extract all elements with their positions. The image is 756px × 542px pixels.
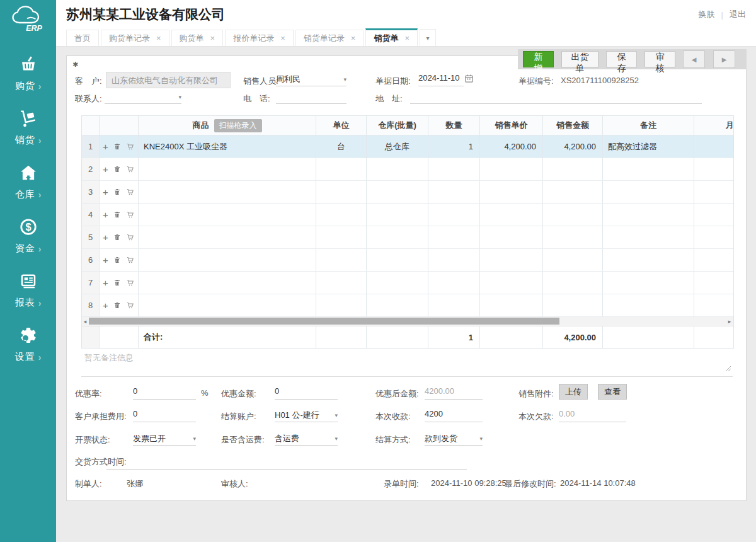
qty-cell[interactable] <box>428 294 480 316</box>
scrollbar-thumb[interactable] <box>89 318 559 325</box>
cart-icon[interactable] <box>126 256 135 264</box>
amount-cell[interactable] <box>543 272 603 294</box>
note-cell[interactable] <box>603 204 694 226</box>
unit-cell[interactable] <box>316 226 367 248</box>
extra-cell[interactable] <box>694 226 733 248</box>
sidebar-item-warehouse[interactable]: 仓库› <box>0 161 56 216</box>
warehouse-cell[interactable] <box>367 158 428 180</box>
trash-icon[interactable] <box>113 142 121 151</box>
plus-icon[interactable]: + <box>103 278 108 287</box>
qty-cell[interactable]: 1 <box>428 136 480 158</box>
cart-icon[interactable] <box>126 142 135 151</box>
logout-link[interactable]: 退出 <box>730 9 746 20</box>
resize-handle-icon[interactable] <box>725 364 731 374</box>
product-cell[interactable] <box>139 294 316 316</box>
plus-icon[interactable]: + <box>103 301 108 310</box>
tab-quotation-records[interactable]: 报价单记录× <box>225 30 294 46</box>
notes-textarea[interactable]: 暂无备注信息 <box>81 345 733 377</box>
cart-icon[interactable] <box>126 165 135 173</box>
trash-icon[interactable] <box>113 165 121 173</box>
qty-cell[interactable] <box>428 204 480 226</box>
scan-gun-button[interactable]: 扫描枪录入 <box>214 119 262 132</box>
tab-sales-order[interactable]: 销货单× <box>365 28 418 46</box>
qty-cell[interactable] <box>428 226 480 248</box>
warehouse-cell[interactable]: 总仓库 <box>367 136 428 158</box>
next-record-button[interactable]: ▶ <box>713 50 735 68</box>
extra-cell[interactable] <box>694 181 733 203</box>
warehouse-cell[interactable] <box>367 181 428 203</box>
price-cell[interactable] <box>480 158 543 180</box>
trash-icon[interactable] <box>113 256 121 264</box>
view-button[interactable]: 查看 <box>598 384 627 400</box>
product-cell[interactable] <box>139 272 316 294</box>
price-cell[interactable] <box>480 294 543 316</box>
tab-purchase-order-records[interactable]: 购货单记录× <box>101 30 169 46</box>
address-input[interactable] <box>410 91 702 104</box>
scroll-left-arrow-icon[interactable]: ◂ <box>82 317 88 325</box>
unit-cell[interactable] <box>316 158 367 180</box>
extra-cell[interactable] <box>694 249 733 271</box>
settle-method-select[interactable]: 款到发货 ▾ <box>425 432 483 446</box>
salesperson-select[interactable]: 周利民 ▾ <box>276 73 346 86</box>
horizontal-scrollbar[interactable]: ◂ ▸ <box>82 317 733 326</box>
note-cell[interactable] <box>603 272 694 294</box>
customer-input[interactable]: 山东佑炫电气自动化有限公司 <box>106 72 231 88</box>
qty-cell[interactable] <box>428 272 480 294</box>
note-cell[interactable] <box>603 158 694 180</box>
warehouse-cell[interactable] <box>367 294 428 316</box>
delivery-time-input[interactable] <box>106 456 467 470</box>
extra-cell[interactable] <box>694 204 733 226</box>
discount-rate-input[interactable]: 0 <box>133 386 196 400</box>
cart-icon[interactable] <box>126 188 135 196</box>
product-cell[interactable] <box>139 226 316 248</box>
prev-record-button[interactable]: ◀ <box>683 50 705 68</box>
freight-select[interactable]: 含运费 ▾ <box>275 432 338 446</box>
tab-overflow-button[interactable]: ▾ <box>420 29 436 46</box>
extra-cell[interactable] <box>694 158 733 180</box>
amount-cell[interactable] <box>543 204 603 226</box>
unit-cell[interactable] <box>316 272 367 294</box>
qty-cell[interactable] <box>428 158 480 180</box>
audit-button[interactable]: 审核 <box>644 51 675 67</box>
sidebar-item-purchase[interactable]: 购货› <box>0 53 56 107</box>
invoice-status-select[interactable]: 发票已开 ▾ <box>133 432 196 446</box>
tab-home[interactable]: 首页 <box>66 30 99 46</box>
plus-icon[interactable]: + <box>103 164 108 174</box>
extra-cell[interactable] <box>694 272 733 294</box>
product-cell[interactable] <box>139 249 316 271</box>
note-cell[interactable] <box>603 249 694 271</box>
cart-icon[interactable] <box>126 233 135 241</box>
unit-cell[interactable] <box>316 249 367 271</box>
date-input[interactable]: 2024-11-10 <box>418 73 464 86</box>
qty-cell[interactable] <box>428 181 480 203</box>
tab-sales-order-records[interactable]: 销货单记录× <box>295 30 364 46</box>
new-button[interactable]: 新增 <box>523 51 554 67</box>
customer-fee-input[interactable]: 0 <box>133 409 196 422</box>
close-icon[interactable]: × <box>351 33 356 43</box>
product-cell[interactable] <box>139 181 316 203</box>
amount-cell[interactable] <box>543 181 603 203</box>
extra-cell[interactable] <box>694 294 733 316</box>
sidebar-item-funds[interactable]: $资金› <box>0 216 56 270</box>
tab-purchase-order[interactable]: 购货单× <box>171 30 224 46</box>
amount-cell[interactable] <box>543 294 603 316</box>
amount-cell[interactable] <box>543 249 603 271</box>
note-cell[interactable] <box>603 226 694 248</box>
discount-amount-input[interactable]: 0 <box>275 386 338 400</box>
price-cell[interactable] <box>480 181 543 203</box>
price-cell[interactable]: 4,200.00 <box>480 136 543 158</box>
cart-icon[interactable] <box>126 279 135 287</box>
close-icon[interactable]: × <box>280 33 285 43</box>
plus-icon[interactable]: + <box>103 210 108 219</box>
amount-cell[interactable] <box>543 158 603 180</box>
amount-cell[interactable]: 4,200.00 <box>543 136 603 158</box>
product-cell[interactable]: KNE2400X 工业吸尘器 <box>139 136 316 158</box>
contact-select[interactable]: ▾ <box>105 91 181 104</box>
cart-icon[interactable] <box>126 301 135 309</box>
trash-icon[interactable] <box>113 210 121 219</box>
unit-cell[interactable]: 台 <box>316 136 367 158</box>
note-cell[interactable] <box>603 181 694 203</box>
note-cell[interactable] <box>603 294 694 316</box>
trash-icon[interactable] <box>113 188 121 196</box>
scroll-right-arrow-icon[interactable]: ▸ <box>726 317 733 325</box>
